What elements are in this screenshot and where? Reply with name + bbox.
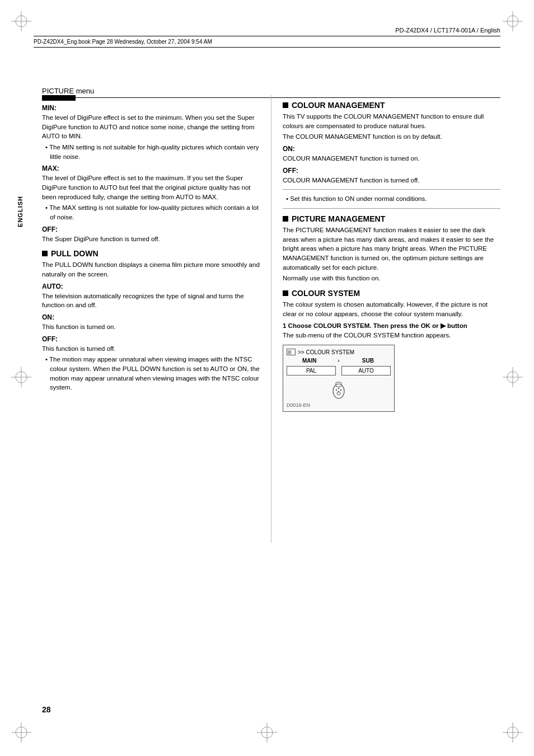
max-text: The level of DigiPure effect is set to t… (42, 173, 260, 201)
min-heading: MIN: (42, 104, 260, 112)
page: PD-Z42DX4 / LCT1774-001A / English PD-Z4… (0, 0, 534, 756)
svg-point-27 (338, 388, 339, 389)
tv-buttons: PAL AUTO (287, 366, 391, 375)
colour-off-heading: OFF: (283, 167, 500, 175)
picture-mgmt-heading: PICTURE MANAGEMENT (283, 214, 500, 223)
page-number: 28 (42, 705, 51, 714)
off2-bullet: The motion may appear unnatural when vie… (42, 355, 260, 392)
tv-btn-pal: PAL (287, 366, 336, 375)
tv-caption: D0016-EN (287, 402, 391, 408)
heading-square-icon (42, 251, 48, 256)
colour-off-text: COLOUR MANAGEMENT function is turned off… (283, 176, 500, 185)
corner-mark-tl (11, 11, 31, 34)
doc-ref-text: PD-Z42DX4 / LCT1774-001A / English (395, 27, 500, 34)
tv-col-labels: MAIN › SUB (287, 358, 391, 364)
max-bullet: The MAX setting is not suitable for low-… (42, 203, 260, 222)
tv-screen-header: >> COLOUR SYSTEM (287, 349, 391, 355)
corner-mark-br (503, 722, 523, 745)
black-bar (42, 95, 76, 101)
colour-system-text: The colour system is chosen automaticall… (283, 300, 500, 318)
step1-heading: 1 Choose COLOUR SYSTEM. Then press the O… (283, 322, 500, 330)
colour-mgmt-heading: COLOUR MANAGEMENT (283, 101, 500, 110)
svg-point-28 (338, 391, 339, 392)
on-heading: ON: (42, 313, 260, 321)
picture-mgmt-text1: The PICTURE MANAGEMENT function makes it… (283, 226, 500, 272)
step1-text: The sub-menu of the COLOUR SYSTEM functi… (283, 331, 500, 340)
left-column: MIN: The level of DigiPure effect is set… (42, 95, 260, 543)
max-heading: MAX: (42, 165, 260, 172)
remote-icon (327, 379, 350, 401)
heading-square-icon (283, 290, 288, 296)
heading-square-icon (283, 102, 288, 108)
edge-mark-left (11, 367, 31, 389)
tv-footer (287, 379, 391, 401)
auto-heading: AUTO: (42, 283, 260, 290)
tv-col1-label: MAIN (287, 358, 332, 364)
svg-point-26 (340, 389, 341, 391)
tv-icon (287, 349, 296, 355)
doc-ref: PD-Z42DX4 / LCT1774-001A / English (34, 27, 500, 34)
edge-mark-bottom (257, 722, 277, 745)
min-bullet: The MIN setting is not suitable for high… (42, 143, 260, 161)
page-footer: 28 (42, 705, 500, 714)
picture-mgmt-text2: Normally use with this function on. (283, 274, 500, 283)
corner-mark-bl (11, 722, 31, 745)
colour-mgmt-text1: This TV supports the COLOUR MANAGEMENT f… (283, 112, 500, 130)
corner-mark-tr (503, 11, 523, 34)
sidebar-language-label: ENGLISH (17, 196, 24, 227)
colour-mgmt-bullet: Set this function to ON under normal con… (283, 194, 500, 204)
tv-screen-title: >> COLOUR SYSTEM (298, 349, 354, 355)
section-divider2 (283, 208, 500, 209)
page-header: PD-Z42DX4 / LCT1774-001A / English PD-Z4… (34, 27, 500, 48)
file-ref-text: PD-Z42DX4_Eng.book Page 28 Wednesday, Oc… (34, 39, 212, 45)
off2-text: This function is turned off. (42, 344, 260, 354)
tv-col2-label: SUB (345, 358, 391, 364)
svg-point-25 (336, 389, 337, 391)
off-heading: OFF: (42, 226, 260, 233)
colour-on-heading: ON: (283, 145, 500, 153)
column-divider (271, 95, 271, 543)
colour-mgmt-text2: The COLOUR MANAGEMENT function is on by … (283, 132, 500, 142)
tv-btn-auto: AUTO (341, 366, 391, 375)
off2-heading: OFF: (42, 335, 260, 343)
heading-square-icon (283, 216, 288, 222)
colour-system-heading: COLOUR SYSTEM (283, 289, 500, 298)
section-divider (283, 189, 500, 190)
file-ref-bar: PD-Z42DX4_Eng.book Page 28 Wednesday, Oc… (34, 36, 500, 48)
right-column: COLOUR MANAGEMENT This TV supports the C… (283, 95, 500, 543)
on-text: This function is turned on. (42, 322, 260, 332)
edge-mark-right (503, 367, 523, 389)
colour-on-text: COLOUR MANAGEMENT function is turned on. (283, 154, 500, 163)
min-text: The level of DigiPure effect is set to t… (42, 113, 260, 141)
pull-down-heading: PULL DOWN (42, 249, 260, 258)
pull-down-text: The PULL DOWN function displays a cinema… (42, 260, 260, 279)
off-text: The Super DigiPure function is turned of… (42, 234, 260, 244)
tv-screen-mockup: >> COLOUR SYSTEM MAIN › SUB PAL AUTO (283, 345, 395, 412)
auto-text: The television automatically recognizes … (42, 292, 260, 310)
main-content: MIN: The level of DigiPure effect is set… (42, 95, 500, 543)
